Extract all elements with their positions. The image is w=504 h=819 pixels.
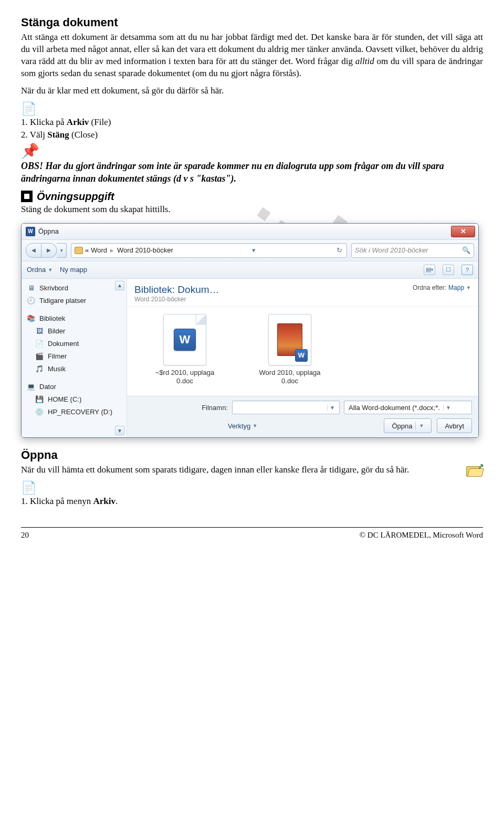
dialog-bottom-pane: Filnamn: ▼ Alla Word-dokument (*.docx;*.… xyxy=(127,396,478,437)
sidebar-item-drive-c[interactable]: 💾HOME (C:) xyxy=(22,393,127,406)
close-button[interactable]: ✕ xyxy=(451,226,475,237)
folder-icon xyxy=(75,247,83,254)
paragraph-intro: Att stänga ett dokument är detsamma som … xyxy=(21,32,483,80)
sidebar-label: Musik xyxy=(48,365,66,373)
pushpin-icon: 📌 xyxy=(21,144,483,159)
sidebar-item-desktop[interactable]: 🖥Skrivbord xyxy=(22,282,127,295)
word-doc-icon: W xyxy=(163,314,206,365)
disk-icon xyxy=(21,191,33,202)
drive-icon: 💿 xyxy=(35,408,44,416)
music-icon: 🎵 xyxy=(35,365,44,373)
step1-b: Arkiv xyxy=(67,117,89,127)
breadcrumb-bar[interactable]: « Word ▸ Word 2010-böcker ▾ ↻ xyxy=(71,243,347,258)
open-button[interactable]: Öppna ▼ xyxy=(384,418,432,433)
file-list[interactable]: W ~$rd 2010, upplaga 0.doc W Word 2010, … xyxy=(127,307,478,396)
sidebar-label: Skrivbord xyxy=(39,284,68,292)
open-dialog: W Öppna ✕ ◄ ► ▾ « Word ▸ Word 2010-böcke… xyxy=(21,223,479,438)
step-2: 2. Välj Stäng (Close) xyxy=(21,129,483,142)
sidebar-item-recent[interactable]: 🕘Tidigare platser xyxy=(22,295,127,307)
exercise-label: Övningsuppgift xyxy=(37,191,114,203)
step-open-b: Arkiv xyxy=(93,496,116,506)
exercise-header: Övningsuppgift xyxy=(21,191,483,203)
file-name: Word 2010, upplaga 0.doc xyxy=(253,369,327,386)
breadcrumb-dropdown-icon[interactable]: ▾ xyxy=(250,246,258,255)
obs-note: OBS! Har du gjort ändringar som inte är … xyxy=(21,160,483,185)
search-icon: 🔍 xyxy=(462,246,470,254)
sidebar-item-drive-d[interactable]: 💿HP_RECOVERY (D:) xyxy=(22,406,127,418)
sidebar-item-libraries[interactable]: 📚Bibliotek xyxy=(22,312,127,325)
sidebar-label: Bilder xyxy=(48,327,65,335)
dialog-navbar: ◄ ► ▾ « Word ▸ Word 2010-böcker ▾ ↻ Sök … xyxy=(22,240,478,261)
chevron-down-icon[interactable]: ▼ xyxy=(443,405,453,411)
file-filter-select[interactable]: Alla Word-dokument (*.docx;*. ▼ xyxy=(344,401,472,414)
page-footer: 20 © DC LÄROMEDEL, Microsoft Word xyxy=(21,527,483,540)
paragraph-open: När du vill hämta ett dokument som spara… xyxy=(21,464,466,476)
sort-by-control[interactable]: Ordna efter: Mapp ▼ xyxy=(413,284,471,291)
file-filter-value: Alla Word-dokument (*.docx;*. xyxy=(349,404,440,412)
filename-label: Filnamn: xyxy=(133,404,228,412)
nav-back-button[interactable]: ◄ xyxy=(26,243,41,258)
step-1: 1. Klicka på Arkiv (File) xyxy=(21,116,483,129)
sort-label: Ordna efter: xyxy=(413,284,446,291)
library-header: Bibliotek: Dokum… Word 2010-böcker Ordna… xyxy=(127,279,478,307)
computer-icon: 💻 xyxy=(27,383,35,391)
breadcrumb-1[interactable]: Word xyxy=(91,246,107,254)
sidebar-label: HP_RECOVERY (D:) xyxy=(48,408,112,416)
search-input[interactable]: Sök i Word 2010-böcker 🔍 xyxy=(351,243,474,258)
sidebar-scroll-up[interactable]: ▲ xyxy=(115,281,124,290)
drive-icon: 💾 xyxy=(35,395,44,404)
footer-copyright: © DC LÄROMEDEL, Microsoft Word xyxy=(360,531,483,540)
step2-c: (Close) xyxy=(69,130,98,140)
ordna-button[interactable]: Ordna ▼ xyxy=(27,266,52,274)
nav-history-button[interactable]: ▾ xyxy=(57,243,67,258)
search-placeholder: Sök i Word 2010-böcker xyxy=(355,246,428,254)
sidebar-label: Tidigare platser xyxy=(39,297,86,304)
chevron-down-icon[interactable]: ▼ xyxy=(327,405,337,411)
sidebar-scroll-down[interactable]: ▼ xyxy=(115,426,124,435)
cancel-button[interactable]: Avbryt xyxy=(437,418,472,433)
sidebar-label: HOME (C:) xyxy=(48,395,81,403)
filename-input[interactable]: ▼ xyxy=(232,401,340,414)
videos-icon: 🎬 xyxy=(35,352,44,361)
desktop-icon: 🖥 xyxy=(27,284,35,292)
para1-italic: alltid xyxy=(355,56,374,66)
word-box-icon: W xyxy=(268,314,311,365)
ordna-label: Ordna xyxy=(27,266,46,274)
document-icon: 📄 xyxy=(21,102,483,115)
sort-value: Mapp xyxy=(448,284,464,291)
new-folder-button[interactable]: Ny mapp xyxy=(60,266,87,274)
view-mode-button[interactable]: ▤ ▾ xyxy=(424,265,435,275)
new-folder-label: Ny mapp xyxy=(60,266,87,274)
preview-pane-button[interactable]: ☐ xyxy=(443,265,454,275)
sidebar-item-computer[interactable]: 💻Dator xyxy=(22,381,127,393)
step2-a: 2. Välj xyxy=(21,130,47,140)
document-icon: 📄 xyxy=(21,481,483,494)
breadcrumb-refresh-icon[interactable]: ↻ xyxy=(335,246,343,255)
sidebar-item-pictures[interactable]: 🖼Bilder xyxy=(22,325,127,338)
file-item-word2010[interactable]: W Word 2010, upplaga 0.doc xyxy=(253,314,327,386)
chevron-down-icon: ▼ xyxy=(253,423,257,428)
file-name: ~$rd 2010, upplaga 0.doc xyxy=(148,369,222,386)
chevron-down-icon: ▼ xyxy=(466,285,471,290)
breadcrumb-2[interactable]: Word 2010-böcker xyxy=(117,246,173,254)
sidebar-item-videos[interactable]: 🎬Filmer xyxy=(22,350,127,363)
help-button[interactable]: ? xyxy=(461,265,473,275)
exercise-text: Stäng de dokument som du skapat hittills… xyxy=(21,204,483,216)
file-item-temp[interactable]: W ~$rd 2010, upplaga 0.doc xyxy=(148,314,222,386)
sidebar-label: Bibliotek xyxy=(39,314,65,322)
chevron-down-icon: ▼ xyxy=(48,267,52,272)
chevron-down-icon[interactable]: ▼ xyxy=(419,423,424,428)
tools-label: Verktyg xyxy=(228,422,250,430)
sidebar-item-music[interactable]: 🎵Musik xyxy=(22,363,127,375)
nav-forward-button[interactable]: ► xyxy=(41,243,57,258)
library-icon: 📚 xyxy=(27,314,35,323)
heading-open: Öppna xyxy=(21,448,483,462)
dialog-titlebar: W Öppna ✕ xyxy=(22,224,478,240)
sidebar-item-documents[interactable]: 📄Dokument xyxy=(22,338,127,350)
dialog-toolbar: Ordna ▼ Ny mapp ▤ ▾ ☐ ? xyxy=(22,261,478,279)
paragraph-howto: När du är klar med ett dokument, så gör … xyxy=(21,85,483,97)
step-open-c: . xyxy=(116,496,118,506)
tools-button[interactable]: Verktyg ▼ xyxy=(228,422,257,430)
recent-icon: 🕘 xyxy=(27,297,35,305)
step-open-1: 1. Klicka på menyn Arkiv. xyxy=(21,495,483,508)
